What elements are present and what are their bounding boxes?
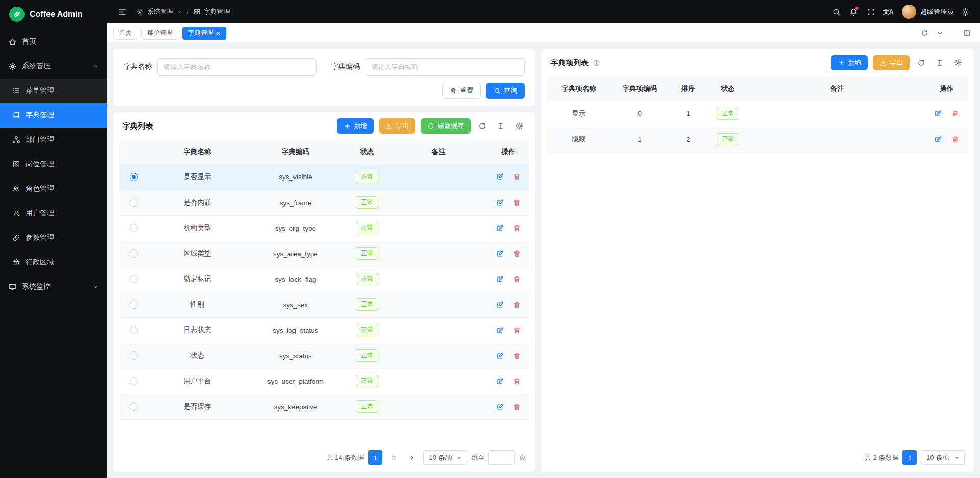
- refresh-icon[interactable]: [915, 56, 928, 69]
- query-button[interactable]: 查询: [486, 83, 525, 99]
- tab[interactable]: 字典管理 ×: [182, 27, 226, 40]
- settings-gear-icon[interactable]: [958, 4, 973, 19]
- sidebar-subitem[interactable]: 岗位管理: [0, 152, 107, 177]
- add-button[interactable]: 新增: [337, 118, 374, 134]
- delete-icon[interactable]: [951, 109, 960, 118]
- delete-icon[interactable]: [512, 376, 522, 386]
- dict-code-cell: sys_frame: [247, 190, 345, 215]
- edit-icon[interactable]: [495, 274, 504, 284]
- row-radio[interactable]: [130, 377, 138, 385]
- edit-icon[interactable]: [934, 109, 943, 118]
- reset-button[interactable]: 重置: [442, 83, 481, 99]
- row-radio[interactable]: [130, 351, 138, 360]
- row-radio[interactable]: [130, 402, 138, 411]
- notification-bell-icon[interactable]: [846, 4, 861, 19]
- caret-down-icon: [457, 457, 461, 459]
- sidebar-subitem[interactable]: 角色管理: [0, 177, 107, 201]
- column-settings-icon[interactable]: [494, 119, 507, 133]
- delete-icon[interactable]: [512, 402, 522, 411]
- row-radio[interactable]: [130, 326, 138, 334]
- delete-icon[interactable]: [512, 351, 522, 360]
- next-page-button[interactable]: [405, 450, 419, 465]
- edit-icon[interactable]: [934, 135, 943, 144]
- sidebar-subitem[interactable]: 用户管理: [0, 201, 107, 225]
- delete-icon[interactable]: [512, 172, 522, 182]
- table-row[interactable]: 是否显示 sys_visible 正常: [119, 164, 529, 190]
- column-settings-icon[interactable]: [933, 56, 946, 69]
- edit-icon[interactable]: [495, 223, 504, 233]
- table-row[interactable]: 区域类型 sys_area_type 正常: [119, 241, 529, 266]
- page-2-button[interactable]: 2: [386, 450, 401, 465]
- page-size-select[interactable]: 10 条/页: [423, 450, 467, 465]
- delete-icon[interactable]: [512, 223, 522, 233]
- page-1-button[interactable]: 1: [902, 450, 917, 465]
- sidebar-group-monitor[interactable]: 系统监控: [0, 274, 107, 299]
- delete-icon[interactable]: [512, 198, 522, 207]
- sidebar-group-system[interactable]: 系统管理: [0, 54, 107, 79]
- row-radio[interactable]: [130, 275, 138, 283]
- collapse-menu-icon[interactable]: [114, 4, 130, 19]
- edit-icon[interactable]: [495, 172, 504, 182]
- edit-icon[interactable]: [495, 300, 504, 309]
- export-button[interactable]: 导出: [379, 118, 415, 134]
- tab[interactable]: 菜单管理 ×: [141, 27, 178, 40]
- edit-icon[interactable]: [495, 376, 504, 386]
- delete-icon[interactable]: [512, 325, 522, 335]
- layout-icon[interactable]: [960, 26, 974, 40]
- tab-close-icon[interactable]: ×: [216, 30, 220, 37]
- edit-icon[interactable]: [495, 198, 504, 207]
- add-button[interactable]: 新增: [831, 55, 868, 70]
- translate-icon[interactable]: 文A: [880, 4, 896, 19]
- delete-icon[interactable]: [512, 274, 522, 284]
- table-row[interactable]: 状态 sys_status 正常: [119, 343, 529, 368]
- table-row[interactable]: 机构类型 sys_org_type 正常: [119, 215, 529, 241]
- export-button[interactable]: 导出: [873, 55, 910, 70]
- jump-page-input[interactable]: [488, 450, 515, 465]
- sidebar-item-home[interactable]: 首页: [0, 30, 107, 54]
- delete-icon[interactable]: [512, 300, 522, 309]
- breadcrumb-root[interactable]: 系统管理: [147, 7, 174, 16]
- row-radio[interactable]: [130, 198, 138, 207]
- page-size-select[interactable]: 10 条/页: [921, 450, 965, 465]
- table-row[interactable]: 隐藏 1 2 正常: [547, 127, 968, 152]
- sidebar-subitem[interactable]: 参数管理: [0, 225, 107, 250]
- table-row[interactable]: 性别 sys_sex 正常: [119, 292, 529, 317]
- edit-icon[interactable]: [495, 249, 504, 258]
- row-radio[interactable]: [130, 300, 138, 309]
- status-badge: 正常: [717, 108, 739, 120]
- fullscreen-icon[interactable]: [863, 4, 878, 19]
- dict-name-input[interactable]: [157, 58, 317, 76]
- sidebar-subitem[interactable]: 部门管理: [0, 128, 107, 152]
- avatar[interactable]: [902, 5, 916, 19]
- dict-code-field: 字典编码: [331, 58, 525, 76]
- edit-icon[interactable]: [495, 325, 504, 335]
- table-settings-gear-icon[interactable]: [512, 119, 526, 133]
- delete-icon[interactable]: [512, 249, 522, 258]
- row-radio[interactable]: [130, 224, 138, 232]
- edit-icon[interactable]: [495, 351, 504, 360]
- refresh-icon[interactable]: [476, 119, 489, 133]
- table-settings-gear-icon[interactable]: [951, 56, 965, 69]
- sidebar-subitem[interactable]: 行政区域: [0, 250, 107, 274]
- page-1-button[interactable]: 1: [368, 450, 382, 465]
- table-row[interactable]: 锁定标记 sys_lock_flag 正常: [119, 266, 529, 292]
- table-row[interactable]: 用户平台 sys_user_platform 正常: [119, 368, 529, 394]
- delete-icon[interactable]: [951, 135, 960, 144]
- tab-actions-chevron-icon[interactable]: [933, 26, 947, 40]
- edit-icon[interactable]: [495, 402, 504, 411]
- table-row[interactable]: 日志状态 sys_log_status 正常: [119, 317, 529, 343]
- refresh-cache-button[interactable]: 刷新缓存: [421, 118, 471, 134]
- search-form-card: 字典名称 字典编码 重置: [113, 49, 535, 106]
- table-row[interactable]: 显示 0 1 正常: [547, 101, 968, 127]
- tab[interactable]: 首页 ×: [113, 27, 137, 40]
- app-logo[interactable]: Coffee Admin: [0, 0, 107, 29]
- sidebar-subitem[interactable]: 字典管理: [0, 103, 107, 128]
- row-radio[interactable]: [130, 249, 138, 258]
- dict-code-input[interactable]: [365, 58, 525, 76]
- search-icon[interactable]: [828, 4, 844, 19]
- refresh-icon[interactable]: [917, 26, 932, 40]
- table-row[interactable]: 是否缓存 sys_keepalive 正常: [119, 394, 529, 419]
- sidebar-subitem[interactable]: 菜单管理: [0, 79, 107, 103]
- row-radio[interactable]: [130, 173, 138, 181]
- table-row[interactable]: 是否内嵌 sys_frame 正常: [119, 190, 529, 215]
